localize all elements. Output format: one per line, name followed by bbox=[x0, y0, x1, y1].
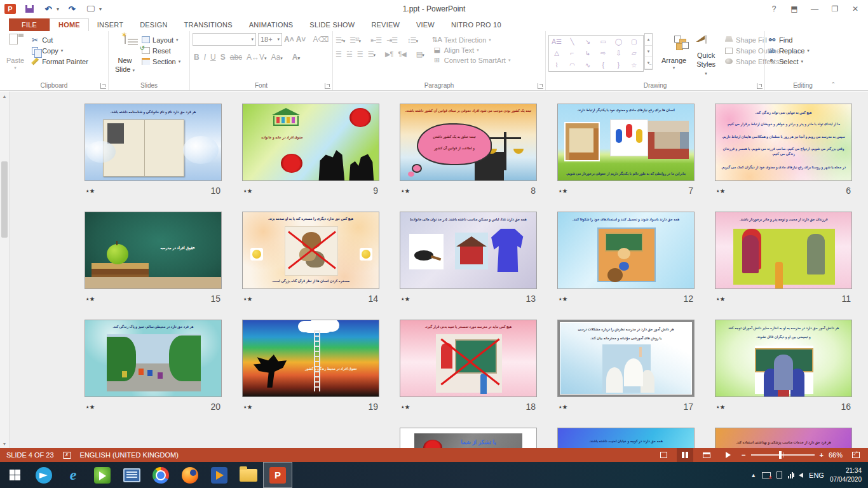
undo-dropdown-icon[interactable]: ▾ bbox=[57, 6, 59, 12]
help-icon[interactable]: ? bbox=[765, 3, 783, 15]
quick-styles-button[interactable]: Quick Styles ▾ bbox=[693, 33, 719, 80]
shrink-font-icon[interactable]: A˅ bbox=[296, 35, 306, 44]
on-screen-keyboard-icon[interactable] bbox=[117, 462, 146, 488]
increase-indent-icon[interactable]: ⇥☰ bbox=[386, 36, 397, 44]
align-right-icon[interactable]: ☰ bbox=[357, 50, 363, 58]
line-spacing-icon[interactable]: ↕☰▾ bbox=[407, 36, 417, 44]
ribbon-display-options-icon[interactable]: ⬒ bbox=[785, 3, 803, 15]
tab-file[interactable]: FILE bbox=[9, 18, 50, 31]
slide-thumbnail[interactable]: حقوق افراد در خانه و خانواده bbox=[242, 104, 379, 181]
tab-insert[interactable]: INSERT bbox=[89, 19, 132, 31]
slide-thumbnail[interactable]: هر فرد حق دارد در محیطی سالم، تمیز و پاک… bbox=[85, 320, 222, 397]
slide-thumbnail[interactable]: هیچ کس نباید در مدرسه مورد تمسخر یا تنبی… bbox=[400, 320, 537, 397]
media-player-icon[interactable] bbox=[205, 462, 234, 488]
change-case-icon[interactable]: Aa▾ bbox=[271, 53, 283, 62]
slide-thumbnail[interactable]: هر دانش آموز حق دارد در مدرسه به او به ا… bbox=[715, 320, 852, 397]
idm-icon[interactable] bbox=[88, 462, 117, 488]
clipboard-dialog-launcher-icon[interactable] bbox=[100, 83, 106, 89]
tab-review[interactable]: REVIEW bbox=[363, 19, 408, 31]
firefox-icon[interactable] bbox=[175, 462, 205, 488]
file-explorer-icon[interactable] bbox=[234, 462, 263, 488]
tab-nitro-pro[interactable]: NITRO PRO 10 bbox=[443, 19, 510, 31]
layout-button[interactable]: Layout▾ bbox=[141, 36, 180, 44]
format-painter-button[interactable]: Format Painter bbox=[31, 57, 88, 65]
slide-thumbnail[interactable]: با تشکر از شما bbox=[400, 428, 537, 448]
clear-formatting-icon[interactable]: A⌫ bbox=[313, 35, 329, 44]
reset-button[interactable]: Reset bbox=[141, 46, 180, 55]
slide-show-view-icon[interactable] bbox=[720, 448, 736, 462]
collapse-ribbon-icon[interactable]: ⌃ bbox=[831, 81, 836, 88]
new-slide-button[interactable]: New Slide ▾ bbox=[111, 33, 139, 80]
hidden-icons-arrow[interactable]: ▲ bbox=[750, 472, 756, 478]
strikethrough-icon[interactable]: abc bbox=[230, 53, 242, 62]
justify-icon[interactable]: ☰▾ bbox=[368, 50, 375, 58]
redo-icon[interactable]: ↷ bbox=[65, 3, 78, 15]
bullets-icon[interactable]: ☰•▾ bbox=[336, 36, 344, 44]
language-indicator[interactable]: ENGLISH (UNITED KINGDOM) bbox=[80, 451, 179, 459]
tab-animations[interactable]: ANIMATIONS bbox=[241, 19, 302, 31]
copy-dropdown-icon[interactable]: ▾ bbox=[61, 48, 64, 53]
scroll-down-icon[interactable]: ▼ bbox=[3, 439, 7, 448]
underline-icon[interactable]: U bbox=[210, 53, 216, 62]
tab-transitions[interactable]: TRANSITIONS bbox=[176, 19, 241, 31]
shapes-scroll-down-icon[interactable]: ▼ bbox=[645, 46, 652, 58]
cut-button[interactable]: ✂ Cut bbox=[31, 36, 88, 44]
zoom-out-icon[interactable]: − bbox=[742, 451, 745, 459]
shapes-gallery[interactable]: A☰╲↘▭◯▢ △⌐↳⇨⇩▱ ⌇◠∿{}☆ bbox=[548, 35, 644, 72]
fit-to-window-icon[interactable] bbox=[848, 448, 864, 462]
clock[interactable]: 21:34 07/04/2020 bbox=[830, 466, 862, 484]
action-center-icon[interactable] bbox=[762, 472, 771, 478]
replace-button[interactable]: ab Replace▾ bbox=[768, 46, 810, 55]
tab-slide-show[interactable]: SLIDE SHOW bbox=[301, 19, 363, 31]
minimize-button[interactable]: — bbox=[806, 3, 824, 15]
align-left-icon[interactable]: ☰ bbox=[336, 50, 341, 58]
powerpoint-taskbar-icon[interactable]: P bbox=[263, 462, 292, 488]
tab-view[interactable]: VIEW bbox=[408, 19, 443, 31]
chrome-icon[interactable] bbox=[146, 462, 175, 488]
scrollbar-thumb[interactable] bbox=[1, 161, 8, 238]
input-language[interactable]: ENG bbox=[809, 471, 824, 479]
device-icon[interactable] bbox=[776, 471, 782, 479]
slide-thumbnail[interactable]: هر فرد حق دارد نام و نام خانوادگی و شناس… bbox=[85, 104, 222, 181]
spellcheck-icon[interactable]: ✗ bbox=[63, 452, 71, 459]
slide-thumbnail[interactable]: حقوق افراد در محیط زندگی و کشور bbox=[242, 320, 379, 397]
paste-button[interactable]: Paste ▾ bbox=[3, 33, 28, 80]
text-shadow-icon[interactable]: S bbox=[220, 53, 226, 62]
rtl-direction-icon[interactable]: ¶◀ bbox=[398, 50, 405, 58]
drawing-dialog-launcher-icon[interactable] bbox=[757, 83, 763, 89]
start-button[interactable] bbox=[0, 462, 29, 488]
align-text-button[interactable]: ⬓ Align Text▾ bbox=[433, 46, 511, 54]
paste-dropdown-icon[interactable]: ▾ bbox=[14, 65, 17, 71]
select-button[interactable]: ⇖ Select▾ bbox=[768, 57, 810, 65]
vertical-scrollbar[interactable]: ▲ ▼ bbox=[0, 92, 10, 448]
copy-button[interactable]: Copy ▾ bbox=[31, 46, 88, 55]
font-dialog-launcher-icon[interactable] bbox=[325, 83, 330, 89]
slide-thumbnail[interactable]: همه حق دارند در کوچه و خیابان امنیت داشت… bbox=[557, 428, 695, 448]
font-size-combo[interactable]: 18+▾ bbox=[258, 33, 282, 46]
slide-thumbnail[interactable]: هر دانش آموز حق دارد در مدرسه نظرش را در… bbox=[557, 320, 695, 397]
reading-view-icon[interactable] bbox=[698, 448, 715, 462]
close-button[interactable]: ✕ bbox=[846, 3, 864, 15]
numbering-icon[interactable]: ☰¹²▾ bbox=[349, 36, 360, 44]
slide-thumbnail[interactable]: هیچ کس حق ندارد دیگری را مسخره کند یا به… bbox=[242, 212, 379, 289]
slide-thumbnail[interactable]: همه حق دارند غذا، لباس و مسکن مناسب داشت… bbox=[400, 212, 537, 289]
tab-home[interactable]: HOME bbox=[50, 18, 89, 31]
font-color-icon[interactable]: A▾ bbox=[292, 53, 300, 62]
slide-thumbnail[interactable]: هر فرد حق دارد از خدمات مناسب پزشکی و به… bbox=[715, 428, 852, 448]
bold-icon[interactable]: B bbox=[194, 53, 200, 62]
slide-thumbnail[interactable]: حقوق افراد در مدرسه bbox=[85, 212, 222, 289]
tab-design[interactable]: DESIGN bbox=[132, 19, 175, 31]
slide-thumbnail[interactable]: فرزندان حق دارند از محبت و توجه پدر و ما… bbox=[715, 212, 852, 289]
internet-explorer-icon[interactable]: e bbox=[58, 462, 88, 488]
find-button[interactable]: ⚯ Find bbox=[768, 36, 810, 44]
shapes-more-icon[interactable]: ▼̲ bbox=[645, 57, 652, 69]
arrange-button[interactable]: Arrange ▾ bbox=[658, 33, 690, 80]
grow-font-icon[interactable]: A˄ bbox=[284, 35, 294, 44]
customize-qat-icon[interactable]: ▾ bbox=[99, 6, 102, 12]
ltr-direction-icon[interactable]: ▶¶ bbox=[385, 50, 393, 58]
start-from-beginning-icon[interactable]: 🖵 bbox=[85, 3, 97, 15]
telegram-icon[interactable] bbox=[29, 462, 58, 488]
slide-thumbnail[interactable]: همه حق دارند باسواد شوند و تحصیل کنند و … bbox=[557, 212, 695, 289]
normal-view-icon[interactable] bbox=[655, 448, 672, 462]
convert-to-smartart-button[interactable]: ⊞ Convert to SmartArt▾ bbox=[433, 56, 511, 64]
